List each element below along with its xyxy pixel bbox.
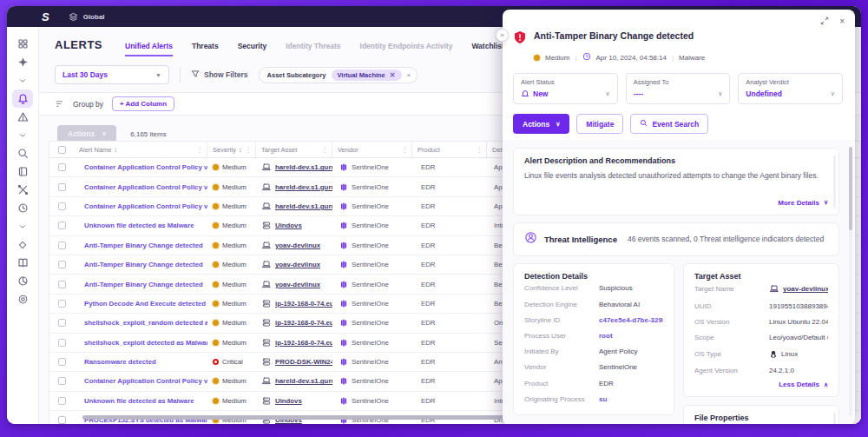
target-asset-link[interactable]: yoav-devlinux [275,242,320,249]
sidebar-item-assets[interactable] [12,162,33,181]
scrollbar-thumb[interactable] [849,147,852,230]
alert-name-link[interactable]: Anti-Tamper Binary Change detected [76,242,203,249]
target-asset-link[interactable]: ip-192-168-0-74.eu-... [275,339,332,347]
sidebar-item-history[interactable] [12,199,33,217]
alert-name-link[interactable]: Ransomware detected [76,358,156,366]
sidebar-item-chevron-down[interactable] [12,126,33,144]
target-asset-link[interactable]: ip-192-168-0-74.eu-... [275,319,332,327]
target-asset-link[interactable]: Uindovs [275,397,302,405]
chip-remove-value-icon[interactable]: ✕ [390,71,396,79]
alert-name-link[interactable]: Python Decode And Execute detected [76,300,206,308]
kebab-menu-icon[interactable]: ⋮ [197,146,204,154]
target-asset-link[interactable]: Uindovs [275,222,302,229]
row-checkbox[interactable] [58,242,66,249]
target-asset-link[interactable]: ip-192-168-0-74.eu-... [275,300,332,308]
row-checkbox[interactable] [58,183,66,191]
sidebar-item-alerts[interactable] [12,89,33,108]
kebab-menu-icon[interactable]: ⋮ [322,146,329,154]
target-asset-link[interactable]: hareld-dev.s1.guru [275,377,332,385]
kebab-menu-icon[interactable]: ⋮ [402,146,409,154]
sidebar-item-threats[interactable] [12,108,33,126]
target-asset-link[interactable]: yoav-devlinux [275,261,320,268]
target-asset-link[interactable]: hareld-dev.s1.guru [275,183,332,191]
column-header-target-asset[interactable]: Target Asset⋮ [256,142,332,157]
panel-collapse-button[interactable]: » [496,29,509,42]
alert-status-select[interactable]: Alert StatusNew∨ [513,73,618,104]
analyst-verdict-select[interactable]: Analyst VerdictUndefined∨ [738,73,843,104]
row-checkbox[interactable] [58,416,66,424]
column-header-severity[interactable]: Severity↕⋮ [207,142,256,157]
sidebar-item-dashboard[interactable] [12,35,33,53]
field-value[interactable]: root [599,332,663,340]
column-header-product[interactable]: Product⋮ [412,142,487,157]
add-column-button[interactable]: + Add Column [112,96,174,111]
scrollbar-thumb[interactable] [82,415,545,420]
row-checkbox[interactable] [58,377,66,385]
sort-icon[interactable]: ↕ [239,147,242,153]
alert-name-link[interactable]: Anti-Tamper Binary Change detected [76,281,203,288]
row-checkbox[interactable] [58,300,66,308]
chip-remove-icon[interactable]: × [407,71,411,79]
alert-name-link[interactable]: shellshock_exploit_random detected as Ma… [76,319,207,327]
row-checkbox[interactable] [58,397,66,405]
assigned-to-select[interactable]: Assigned To----∨ [626,73,731,104]
sidebar-item-chevron-down[interactable] [12,217,33,235]
card-scrollbar[interactable] [833,413,836,424]
row-checkbox[interactable] [58,202,66,210]
alert-name-link[interactable]: Anti-Tamper Binary Change detected [76,261,203,268]
sidebar-item-network[interactable] [12,53,33,71]
row-checkbox[interactable] [58,163,66,171]
alert-name-link[interactable]: Unknown file detected as Malware [76,397,194,405]
tab-threats[interactable]: Threats [192,42,219,56]
tab-identity-endpoints-activity[interactable]: Identity Endpoints Activity [360,42,453,56]
time-range-select[interactable]: Last 30 Days ▼ [55,65,169,84]
card-scrollbar[interactable] [833,156,836,208]
filter-chip-asset-subcategory[interactable]: Asset Subcategory Virtual Machine ✕ × [259,67,418,83]
alert-name-link[interactable]: Container Application Control Policy vio… [76,183,207,191]
tab-watchlist[interactable]: Watchlist [471,42,503,56]
kebab-menu-icon[interactable]: ⋮ [477,146,483,154]
actions-button[interactable]: Actions∨ [57,125,116,142]
mitigate-button[interactable]: Mitigate [576,114,623,134]
field-value[interactable]: c47ee5e4-d7be-329b-6f... [599,316,663,324]
show-filters-button[interactable]: Show Filters [191,70,248,80]
column-header-alert-name[interactable]: Alert Name↕⋮ [76,142,207,157]
alert-name-link[interactable]: Unknown file detected as Malware [76,222,194,229]
row-checkbox[interactable] [58,319,66,327]
alert-name-link[interactable]: Container Application Control Policy vio… [76,377,207,385]
target-asset-link[interactable]: hareld-dev.s1.guru [275,202,332,210]
field-value[interactable]: yoav-devlinux [769,284,828,294]
panel-vertical-scrollbar[interactable] [849,147,852,416]
target-asset-link[interactable]: yoav-devlinux [275,281,320,288]
row-checkbox[interactable] [58,222,66,229]
alert-name-link[interactable]: Container Application Control Policy vio… [76,202,207,210]
row-checkbox[interactable] [58,281,66,288]
row-checkbox[interactable] [58,339,66,347]
tab-security[interactable]: Security [238,42,267,56]
expand-icon[interactable] [820,17,829,27]
sidebar-item-tools[interactable] [12,181,33,199]
alert-name-link[interactable]: shellshock_exploit detected as Malware [76,339,207,347]
sidebar-item-search[interactable] [12,144,33,162]
sidebar-item-settings[interactable] [12,290,33,308]
kebab-menu-icon[interactable]: ⋮ [246,146,253,154]
scope-selector[interactable]: Global [69,12,105,22]
row-checkbox[interactable] [58,358,66,366]
panel-actions-button[interactable]: Actions∨ [513,114,569,134]
field-value[interactable]: su [599,395,663,403]
column-header-vendor[interactable]: Vendor⋮ [332,142,412,157]
row-checkbox[interactable] [58,261,66,268]
select-all-checkbox[interactable] [58,146,66,154]
sidebar-item-chevron-down[interactable] [12,71,33,89]
more-details-link[interactable]: More Details∨ [524,199,828,207]
sidebar-item-docs[interactable] [12,254,33,272]
tab-unified-alerts[interactable]: Unified Alerts [125,42,173,56]
tab-identity-threats[interactable]: Identity Threats [286,42,340,56]
sidebar-item-reports[interactable] [12,272,33,290]
sort-icon[interactable]: ↕ [115,147,118,153]
sentinelone-logo-icon[interactable]: S [42,11,49,23]
event-search-button[interactable]: Event Search [630,114,708,134]
close-icon[interactable]: × [839,17,845,26]
sidebar-item-policy[interactable] [12,235,33,254]
target-asset-link[interactable]: hareld-dev.s1.guru [275,163,332,171]
